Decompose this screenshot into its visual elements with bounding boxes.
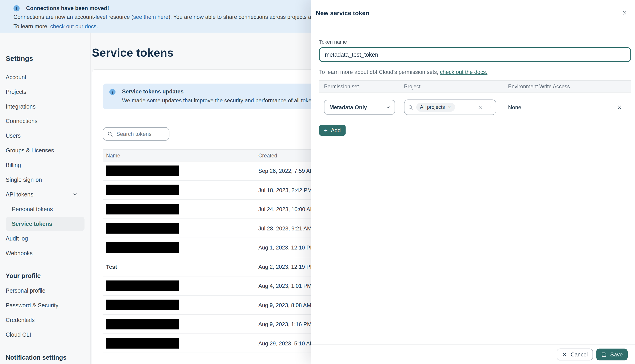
token-name-cell xyxy=(103,280,258,291)
token-name-cell: Test xyxy=(103,263,258,270)
banner-title: Connections have been moved! xyxy=(26,5,109,12)
sidebar-item-label: Personal profile xyxy=(6,287,46,294)
cancel-button[interactable]: Cancel xyxy=(557,348,593,360)
banner-more-text: To learn more, xyxy=(14,23,50,30)
sidebar-item-single-sign-on[interactable]: Single sign-on xyxy=(6,172,85,187)
sidebar-item-projects[interactable]: Projects xyxy=(6,84,85,99)
sidebar-item-label: Credentials xyxy=(6,317,35,323)
save-icon xyxy=(601,352,607,357)
add-button-label: Add xyxy=(331,127,341,133)
sidebar-item-account[interactable]: Account xyxy=(6,70,85,84)
sidebar-item-label: Webhooks xyxy=(6,250,33,256)
column-header-permission-set: Permission set xyxy=(324,84,359,90)
sidebar-item-label: Users xyxy=(6,132,21,139)
token-name-cell xyxy=(103,338,258,348)
remove-row-icon[interactable] xyxy=(616,104,623,111)
project-multiselect[interactable]: All projects ✕ xyxy=(404,100,496,115)
save-button-label: Save xyxy=(610,352,623,358)
sidebar-item-users[interactable]: Users xyxy=(6,128,85,143)
redacted-token-name xyxy=(106,338,179,348)
save-button[interactable]: Save xyxy=(596,348,628,360)
sidebar-item-label: Billing xyxy=(6,162,21,168)
chip-remove-icon[interactable]: ✕ xyxy=(448,105,451,109)
sidebar-item-password-security[interactable]: Password & Security xyxy=(6,298,85,313)
sidebar-nav-list: AccountProjectsIntegrationsConnectionsUs… xyxy=(6,70,85,364)
cancel-button-label: Cancel xyxy=(571,352,588,358)
docs-line-text: To learn more about dbt Cloud's permissi… xyxy=(319,69,440,75)
column-header-environment-write-access: Environment Write Access xyxy=(508,84,570,90)
column-header-project: Project xyxy=(404,84,421,90)
chevron-down-icon xyxy=(386,105,391,110)
search-icon xyxy=(107,131,113,137)
token-name-cell xyxy=(103,319,258,329)
new-service-token-panel: New service token Token name To learn mo… xyxy=(311,0,635,364)
sidebar-item-api-tokens[interactable]: API tokens xyxy=(6,187,85,202)
sidebar-item-label: Single sign-on xyxy=(6,176,42,183)
notice-title: Service tokens updates xyxy=(122,88,337,94)
redacted-token-name xyxy=(106,280,179,291)
docs-line: To learn more about dbt Cloud's permissi… xyxy=(319,69,631,75)
panel-title: New service token xyxy=(316,10,370,16)
token-name-cell xyxy=(103,185,258,195)
search-icon xyxy=(408,105,413,110)
plus-icon: + xyxy=(324,127,328,133)
clear-selection-icon[interactable] xyxy=(477,105,483,110)
see-them-here-link[interactable]: see them here xyxy=(133,14,168,20)
token-name-text: Test xyxy=(106,264,117,270)
permission-row: Metadata Only All projects ✕ xyxy=(319,92,631,122)
sidebar-item-label: Account xyxy=(6,74,27,80)
redacted-token-name xyxy=(106,319,179,329)
close-icon xyxy=(562,352,567,357)
sidebar-section-notification-settings: Notification settings xyxy=(6,350,85,364)
sidebar-item-service-tokens[interactable]: Service tokens xyxy=(6,217,85,231)
panel-header: New service token xyxy=(311,0,635,26)
search-tokens-input[interactable] xyxy=(116,131,161,137)
sidebar-section-your-profile: Your profile xyxy=(6,269,85,284)
app-root: i Connections have been moved! Connectio… xyxy=(0,0,635,364)
token-name-cell xyxy=(103,300,258,310)
sidebar-item-cloud-cli[interactable]: Cloud CLI xyxy=(6,327,85,342)
panel-footer: Cancel Save xyxy=(311,344,635,364)
redacted-token-name xyxy=(106,242,179,253)
permission-set-select[interactable]: Metadata Only xyxy=(324,100,395,114)
close-icon[interactable] xyxy=(621,9,628,17)
sidebar-item-label: Your profile xyxy=(6,272,41,280)
project-chip: All projects ✕ xyxy=(416,103,455,112)
check-out-the-docs-link[interactable]: check out the docs. xyxy=(440,69,487,75)
sidebar-item-label: Projects xyxy=(6,88,27,95)
sidebar-item-audit-log[interactable]: Audit log xyxy=(6,231,85,246)
redacted-token-name xyxy=(106,204,179,214)
info-icon: i xyxy=(109,89,116,95)
banner-body-text: Connections are now an account-level res… xyxy=(14,14,133,20)
sidebar-item-webhooks[interactable]: Webhooks xyxy=(6,246,85,260)
sidebar-item-personal-tokens[interactable]: Personal tokens xyxy=(6,202,85,216)
redacted-token-name xyxy=(106,300,179,310)
environment-write-access-value: None xyxy=(508,104,521,110)
sidebar-item-integrations[interactable]: Integrations xyxy=(6,99,85,114)
sidebar-item-label: Integrations xyxy=(6,103,36,110)
permission-set-value: Metadata Only xyxy=(330,104,367,110)
search-tokens-box xyxy=(103,127,170,141)
sidebar-item-label: Notification settings xyxy=(6,354,67,361)
notice-body: We made some updates that improve the se… xyxy=(122,98,337,104)
add-permission-button[interactable]: + Add xyxy=(319,125,346,136)
panel-body: Token name To learn more about dbt Cloud… xyxy=(311,26,635,136)
redacted-token-name xyxy=(106,166,179,176)
sidebar-item-label: API tokens xyxy=(6,191,33,198)
sidebar-item-groups-licenses[interactable]: Groups & Licenses xyxy=(6,143,85,158)
token-name-cell xyxy=(103,223,258,234)
token-name-cell xyxy=(103,204,258,214)
sidebar-item-label: Password & Security xyxy=(6,302,58,308)
sidebar-item-personal-profile[interactable]: Personal profile xyxy=(6,284,85,298)
sidebar-item-label: Audit log xyxy=(6,235,28,242)
sidebar-item-connections[interactable]: Connections xyxy=(6,114,85,128)
token-name-input[interactable] xyxy=(319,47,631,62)
settings-sidebar: Settings AccountProjectsIntegrationsConn… xyxy=(0,32,91,364)
redacted-token-name xyxy=(106,223,179,234)
sidebar-item-credentials[interactable]: Credentials xyxy=(6,312,85,327)
chevron-down-icon xyxy=(72,192,78,198)
check-out-our-docs-link[interactable]: check out our docs. xyxy=(50,23,98,30)
column-header-name: Name xyxy=(103,152,258,158)
chevron-down-icon[interactable] xyxy=(487,105,492,110)
sidebar-item-billing[interactable]: Billing xyxy=(6,158,85,172)
